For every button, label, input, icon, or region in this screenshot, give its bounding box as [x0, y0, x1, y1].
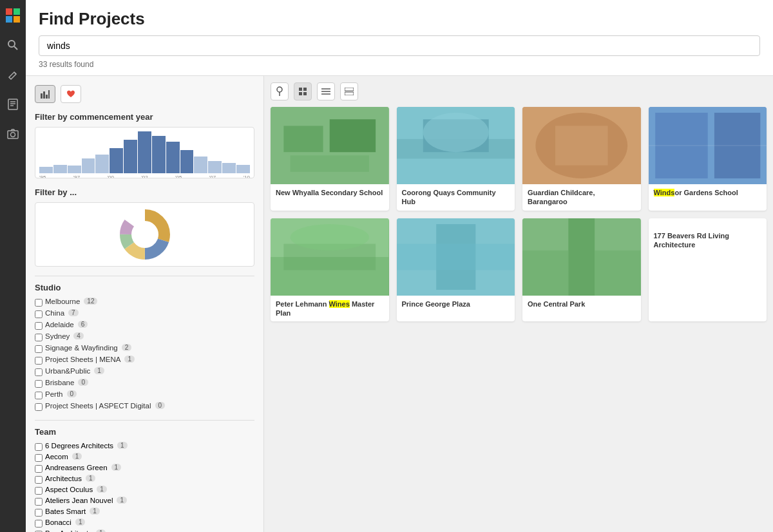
project-card-whyalla[interactable]: New Whyalla Secondary School [271, 107, 389, 211]
team-item-architectus[interactable]: Architectus 1 [35, 475, 254, 484]
studio-item-brisbane[interactable]: Brisbane 0 [35, 379, 254, 388]
expand-view-btn[interactable] [340, 82, 358, 100]
pin-view-btn[interactable] [271, 82, 289, 100]
team-badge-andreasens: 1 [111, 464, 122, 471]
filter-year-section: Filter by commencement year [35, 112, 254, 178]
studio-item-perth[interactable]: Perth 0 [35, 390, 254, 399]
hbar-8 [138, 131, 151, 173]
studio-item-adelaide[interactable]: Adelaide 6 [35, 321, 254, 330]
team-label-aecom: Aecom [45, 453, 68, 461]
team-check-6degrees[interactable] [35, 443, 43, 451]
hbar-10 [166, 142, 180, 173]
document-nav-icon[interactable] [4, 95, 22, 113]
svg-rect-14 [43, 91, 45, 99]
team-item-bvn[interactable]: Bvn Architects 1 [35, 529, 254, 532]
project-img-wines [271, 218, 389, 296]
team-item-andreasens[interactable]: Andreasens Green 1 [35, 464, 254, 473]
hist-label-1: '95 [39, 175, 46, 178]
heart-view-btn[interactable] [61, 85, 81, 103]
project-card-windsor[interactable]: Windsor Gardens School [649, 107, 767, 211]
team-item-6degrees[interactable]: 6 Degrees Architects 1 [35, 442, 254, 451]
studio-check-urbanpublic[interactable] [35, 368, 43, 376]
team-check-aecom[interactable] [35, 454, 43, 462]
project-img-coorong [397, 107, 515, 184]
chart-view-btn[interactable] [35, 85, 55, 103]
histogram-chart[interactable]: '95 '97 '00 '02 '05 '07 '10 [35, 127, 254, 178]
studio-label-perth: Perth [45, 390, 63, 398]
team-item-aspectoculus[interactable]: Aspect Oculus 1 [35, 486, 254, 495]
app-logo-icon[interactable] [4, 6, 22, 24]
svg-rect-56 [568, 218, 595, 296]
team-check-ateliers[interactable] [35, 498, 43, 506]
team-label-bvn: Bvn Architects [45, 529, 92, 532]
project-name-guardian: Guardian Childcare, Barangaroo [528, 188, 636, 207]
project-card-beavers[interactable]: 177 Beavers Rd Living Architecture [649, 218, 767, 322]
studio-badge-brisbane: 0 [78, 379, 88, 386]
studio-item-sydney[interactable]: Sydney 4 [35, 332, 254, 341]
team-item-aecom[interactable]: Aecom 1 [35, 453, 254, 462]
studio-item-signage[interactable]: Signage & Wayfinding 2 [35, 344, 254, 353]
project-card-wines[interactable]: Peter Lehmann Wines Master Plan [271, 218, 389, 322]
search-input[interactable] [39, 35, 760, 56]
team-badge-ateliers: 1 [117, 497, 127, 504]
project-card-guardian[interactable]: Guardian Childcare, Barangaroo [522, 107, 641, 211]
team-badge-aspectoculus: 1 [97, 486, 107, 493]
team-badge-architectus: 1 [86, 475, 96, 482]
hist-label-7: '10 [243, 175, 250, 178]
filter-year-title: Filter by commencement year [35, 112, 254, 122]
team-badge-aecom: 1 [72, 453, 82, 460]
hbar-15 [236, 165, 250, 173]
studio-item-melbourne[interactable]: Melbourne 12 [35, 298, 254, 307]
team-check-andreasens[interactable] [35, 465, 43, 473]
svg-rect-54 [397, 243, 515, 270]
project-body-wines: Peter Lehmann Wines Master Plan [271, 296, 389, 322]
studio-check-aspect[interactable] [35, 403, 43, 411]
team-title: Team [35, 427, 254, 437]
project-card-plaza[interactable]: Prince George Plaza [397, 218, 515, 322]
grid-view-btn[interactable] [294, 82, 312, 100]
studio-item-aspect[interactable]: Project Sheets | ASPECT Digital 0 [35, 402, 254, 411]
team-label-6degrees: 6 Degrees Architects [45, 442, 113, 450]
studio-item-china[interactable]: China 7 [35, 309, 254, 318]
header: Find Projects 33 results found [26, 0, 773, 76]
team-label-bonacci: Bonacci [45, 518, 72, 526]
team-check-bonacci[interactable] [35, 520, 43, 527]
donut-chart[interactable] [35, 202, 254, 267]
studio-check-melbourne[interactable] [35, 299, 43, 307]
studio-check-signage[interactable] [35, 345, 43, 353]
team-check-aspectoculus[interactable] [35, 487, 43, 495]
studio-check-china[interactable] [35, 310, 43, 318]
camera-nav-icon[interactable] [4, 125, 22, 143]
left-navigation [0, 0, 26, 532]
project-card-coorong[interactable]: Coorong Quays Community Hub [397, 107, 515, 211]
team-item-bonacci[interactable]: Bonacci 1 [35, 518, 254, 527]
studio-badge-perth: 0 [67, 390, 77, 397]
team-item-bates[interactable]: Bates Smart 1 [35, 508, 254, 517]
hbar-4 [82, 158, 95, 173]
hbar-5 [95, 155, 109, 173]
studio-label-adelaide: Adelaide [45, 321, 74, 328]
studio-check-sydney[interactable] [35, 334, 43, 341]
svg-rect-35 [330, 119, 376, 152]
studio-item-urbanpublic[interactable]: Urban&Public 1 [35, 367, 254, 376]
studio-check-mena[interactable] [35, 357, 43, 365]
list-view-btn[interactable] [317, 82, 335, 100]
team-badge-bonacci: 1 [75, 518, 86, 526]
studio-label-signage: Signage & Wayfinding [45, 344, 118, 352]
svg-rect-7 [8, 99, 17, 109]
svg-rect-36 [291, 155, 369, 171]
studio-check-perth[interactable] [35, 392, 43, 399]
team-check-bates[interactable] [35, 509, 43, 517]
team-badge-6degrees: 1 [117, 442, 128, 449]
team-item-ateliers[interactable]: Ateliers Jean Nouvel 1 [35, 497, 254, 506]
svg-point-40 [423, 113, 488, 152]
studio-check-brisbane[interactable] [35, 380, 43, 388]
hist-label-5: '05 [175, 175, 182, 178]
project-name-wines-before: Peter Lehmann [276, 300, 329, 308]
studio-item-mena[interactable]: Project Sheets | MENA 1 [35, 356, 254, 365]
search-nav-icon[interactable] [4, 36, 22, 54]
team-check-architectus[interactable] [35, 476, 43, 484]
edit-nav-icon[interactable] [4, 66, 22, 84]
studio-check-adelaide[interactable] [35, 322, 43, 330]
project-card-park[interactable]: One Central Park [522, 218, 641, 322]
